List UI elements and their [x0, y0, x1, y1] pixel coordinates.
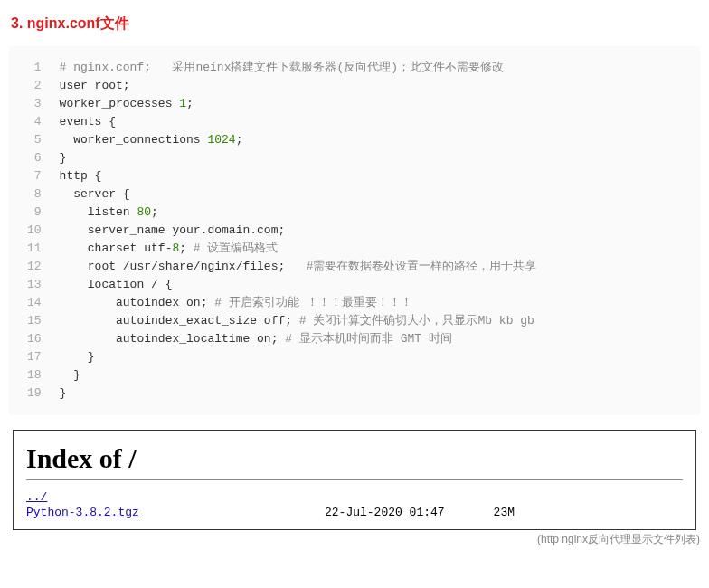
- file-date: 22-Jul-2020 01:47: [325, 505, 469, 520]
- code-block: 12345678910111213141516171819 # nginx.co…: [9, 53, 700, 408]
- line-number: 15: [27, 312, 42, 330]
- code-line: autoindex_exact_size off; # 关闭计算文件确切大小，只…: [60, 312, 537, 330]
- code-line: }: [60, 348, 537, 366]
- index-listing: ../ Python-3.8.2.tgz22-Jul-2020 01:4723M: [26, 489, 683, 520]
- file-size: 23M: [469, 505, 515, 520]
- line-number: 12: [27, 258, 42, 276]
- code-block-wrapper: 12345678910111213141516171819 # nginx.co…: [9, 46, 700, 415]
- line-number: 4: [27, 113, 42, 131]
- line-number: 19: [27, 384, 42, 403]
- line-number: 13: [27, 276, 42, 294]
- section-heading: 3. nginx.conf文件: [11, 14, 700, 33]
- code-line: charset utf-8; # 设置编码格式: [60, 240, 537, 258]
- code-line: worker_connections 1024;: [60, 131, 537, 149]
- index-panel: Index of / ../ Python-3.8.2.tgz22-Jul-20…: [13, 430, 696, 530]
- line-number: 6: [27, 149, 42, 167]
- code-line: }: [60, 384, 537, 403]
- code-line: http {: [60, 167, 537, 185]
- line-number: 11: [27, 240, 42, 258]
- code-content: # nginx.conf; 采用neinx搭建文件下载服务器(反向代理)；此文件…: [51, 53, 546, 408]
- line-number: 9: [27, 204, 42, 222]
- index-row: Python-3.8.2.tgz22-Jul-2020 01:4723M: [26, 505, 683, 520]
- code-line: events {: [60, 113, 537, 131]
- line-number: 10: [27, 222, 42, 240]
- code-line: server_name your.domain.com;: [60, 222, 537, 240]
- code-line: root /usr/share/nginx/files; #需要在数据卷处设置一…: [60, 258, 537, 276]
- line-number: 3: [27, 95, 42, 113]
- line-number-gutter: 12345678910111213141516171819: [9, 53, 51, 408]
- code-line: location / {: [60, 276, 537, 294]
- code-line: }: [60, 149, 537, 167]
- panel-caption: (http nginx反向代理显示文件列表): [9, 532, 700, 547]
- index-title: Index of /: [26, 443, 683, 474]
- code-line: # nginx.conf; 采用neinx搭建文件下载服务器(反向代理)；此文件…: [60, 59, 537, 77]
- line-number: 2: [27, 77, 42, 95]
- line-number: 5: [27, 131, 42, 149]
- parent-dir-link[interactable]: ../: [26, 490, 47, 504]
- code-line: autoindex_localtime on; # 显示本机时间而非 GMT 时…: [60, 330, 537, 348]
- file-link[interactable]: Python-3.8.2.tgz: [26, 505, 325, 520]
- code-line: }: [60, 366, 537, 384]
- code-line: listen 80;: [60, 204, 537, 222]
- line-number: 1: [27, 59, 42, 77]
- code-line: autoindex on; # 开启索引功能 ！！！最重要！！！: [60, 294, 537, 312]
- index-divider: [26, 479, 683, 480]
- code-line: worker_processes 1;: [60, 95, 537, 113]
- line-number: 7: [27, 167, 42, 185]
- code-line: user root;: [60, 77, 537, 95]
- line-number: 14: [27, 294, 42, 312]
- code-line: server {: [60, 185, 537, 204]
- line-number: 17: [27, 348, 42, 366]
- line-number: 16: [27, 330, 42, 348]
- line-number: 18: [27, 366, 42, 384]
- line-number: 8: [27, 185, 42, 204]
